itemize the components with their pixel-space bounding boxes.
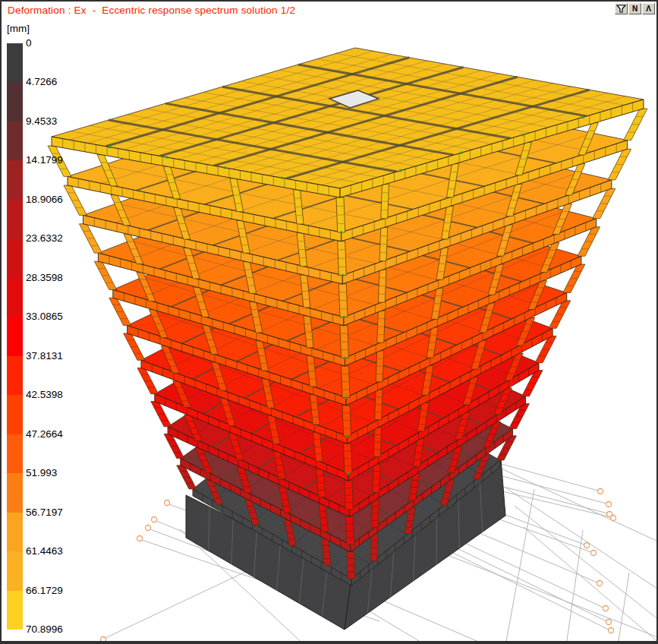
- node-marker[interactable]: [101, 637, 106, 642]
- mesh-node-dot: [345, 396, 348, 399]
- mesh-node-dot: [347, 472, 349, 475]
- mesh-node-dot: [342, 316, 345, 318]
- node-marker[interactable]: [606, 620, 612, 625]
- node-marker[interactable]: [597, 581, 603, 586]
- mesh-node-dot: [282, 177, 284, 179]
- mesh-node-dot: [224, 166, 226, 169]
- mesh-node-dot: [582, 116, 584, 118]
- view-up-button[interactable]: Λ: [642, 3, 655, 14]
- model-viewport-3d[interactable]: [2, 2, 658, 644]
- node-marker[interactable]: [598, 489, 603, 494]
- mesh-node-dot: [340, 232, 342, 234]
- node-marker[interactable]: [606, 502, 612, 507]
- node-marker[interactable]: [609, 628, 614, 633]
- view-toolbar: N Λ: [615, 3, 655, 14]
- node-marker[interactable]: [611, 516, 616, 521]
- mesh-node-dot: [166, 156, 168, 159]
- mesh-node-dot: [346, 435, 348, 437]
- model-view-window: Deformation : Ex - Eccentric response sp…: [0, 0, 658, 644]
- mesh-node-dot: [344, 357, 346, 359]
- node-marker[interactable]: [137, 536, 143, 541]
- node-marker[interactable]: [603, 606, 609, 611]
- caret-up-icon: Λ: [646, 5, 651, 13]
- view-n-button[interactable]: N: [628, 3, 641, 14]
- mesh-node-dot: [342, 274, 344, 276]
- mesh-node-dot: [521, 134, 524, 136]
- node-marker[interactable]: [591, 551, 597, 556]
- funnel-icon: [616, 5, 626, 13]
- mesh-node-dot: [400, 169, 402, 172]
- letter-n-icon: N: [632, 5, 638, 13]
- mesh-node-dot: [461, 152, 463, 154]
- node-marker[interactable]: [152, 517, 157, 522]
- filter-button[interactable]: [615, 3, 628, 14]
- result-title: Deformation : Ex - Eccentric response sp…: [8, 5, 295, 16]
- node-marker[interactable]: [146, 526, 151, 531]
- node-marker[interactable]: [165, 500, 170, 506]
- mesh-node-dot: [109, 146, 111, 148]
- node-marker[interactable]: [584, 543, 590, 548]
